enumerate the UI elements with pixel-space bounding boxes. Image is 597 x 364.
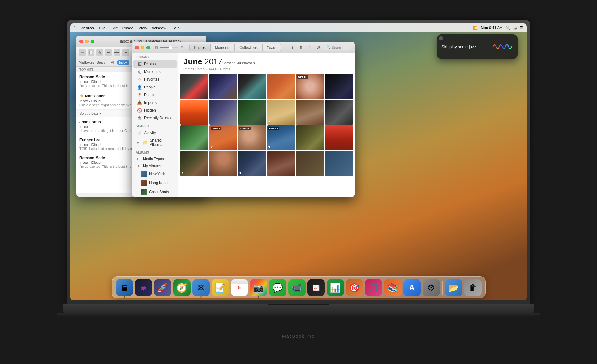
menubar:  Photos File Edit Image View Window Hel…: [70, 23, 527, 32]
photo-cell[interactable]: [267, 74, 295, 99]
photo-cell[interactable]: ♥: [267, 100, 295, 125]
dock-icon-appstore[interactable]: A: [403, 279, 421, 296]
menubar-image[interactable]: Image: [122, 26, 134, 30]
mail-filter-all[interactable]: All: [111, 61, 114, 64]
photo-cell[interactable]: DEPTH ♥: [267, 125, 295, 150]
tab-moments[interactable]: Moments: [210, 44, 235, 51]
menubar-window[interactable]: Window: [152, 26, 166, 30]
menubar-app-name[interactable]: Photos: [80, 26, 94, 30]
photo-cell[interactable]: [180, 100, 208, 125]
mail-fullscreen-button[interactable]: [91, 40, 94, 43]
photos-search-placeholder[interactable]: Search: [332, 46, 343, 49]
menubar-file[interactable]: File: [99, 26, 105, 30]
mail-minimize-button[interactable]: [85, 40, 89, 43]
dock-icon-ibooks[interactable]: 📚: [384, 279, 402, 296]
sidebar-item-activity[interactable]: ⚡ Activity: [133, 129, 177, 137]
photo-cell[interactable]: [267, 151, 295, 176]
sidebar-item-shared-albums[interactable]: ▶ 📁 Shared Albums: [133, 137, 177, 148]
sidebar-item-people[interactable]: 👤 People: [133, 83, 177, 91]
dock-icon-launchpad[interactable]: 🚀: [154, 279, 171, 296]
dock-icon-messages[interactable]: 💬: [269, 279, 286, 296]
mail-forward-icon[interactable]: ↪: [122, 49, 129, 56]
tab-collections[interactable]: Collections: [235, 44, 262, 51]
dock-icon-itunes[interactable]: 🎵: [365, 279, 382, 296]
apple-menu[interactable]: : [74, 25, 75, 30]
photo-cell[interactable]: [296, 100, 324, 125]
photo-cell[interactable]: ♥: [238, 151, 266, 176]
dock-icon-mail[interactable]: ✉: [192, 279, 210, 296]
mail-filter-inbox[interactable]: Inbox: [117, 60, 129, 65]
photo-cell[interactable]: [238, 74, 266, 99]
photo-cell[interactable]: DEPTH ♥: [209, 125, 238, 150]
mail-reply-icon[interactable]: ↩: [105, 49, 112, 56]
photos-close-button[interactable]: [135, 46, 139, 49]
search-icon[interactable]: 🔍: [506, 26, 510, 30]
photo-cell[interactable]: [325, 74, 353, 99]
sidebar-item-new-york[interactable]: New York: [133, 170, 177, 178]
photo-cell[interactable]: [296, 125, 324, 150]
mail-compose-icon[interactable]: ✏: [79, 49, 86, 56]
photo-cell[interactable]: DEPTH: [296, 74, 324, 99]
photos-minimize-button[interactable]: [141, 46, 144, 49]
sidebar-item-my-albums[interactable]: ▼ My Albums: [133, 163, 177, 169]
sidebar-item-hidden[interactable]: 🚫 Hidden: [133, 107, 177, 114]
dock-icon-notes[interactable]: 📝: [212, 279, 229, 296]
photo-cell[interactable]: [238, 100, 266, 125]
dock-icon-folder[interactable]: 📂: [445, 279, 462, 296]
photo-cell[interactable]: [325, 125, 353, 150]
photos-showing[interactable]: Showing: All Photos ▾: [222, 61, 255, 65]
sidebar-item-hong-kong[interactable]: Hong Kong: [133, 179, 177, 187]
photos-search-bar[interactable]: 🔍 Search: [324, 45, 352, 50]
dock-icon-safari[interactable]: 🧭: [173, 279, 191, 296]
dock-icon-keynote[interactable]: 🎯: [346, 279, 363, 296]
sidebar-item-memories[interactable]: ◎ Memories: [133, 68, 177, 75]
photo-cell[interactable]: [325, 100, 353, 125]
dock-icon-photos[interactable]: 📷: [250, 279, 267, 296]
photo-cell[interactable]: [180, 74, 208, 99]
sidebar-item-media-types[interactable]: ▶ Media Types: [133, 155, 177, 162]
sidebar-item-label: Photos: [144, 62, 156, 66]
tab-years[interactable]: Years: [262, 44, 281, 51]
dock-icon-stocks[interactable]: 📈: [307, 279, 325, 296]
photo-cell[interactable]: DEPTH: [238, 125, 266, 150]
photos-zoom-slider[interactable]: [160, 47, 178, 48]
photos-share-icon[interactable]: ⬆: [298, 44, 304, 51]
photos-rotate-icon[interactable]: ↺: [315, 44, 321, 51]
photo-cell[interactable]: [296, 151, 324, 176]
dock-icon-finder[interactable]: 🖥: [116, 279, 133, 296]
sidebar-item-recently-deleted[interactable]: 🗑 Recently Deleted: [133, 114, 177, 122]
mail-filter-mailboxes[interactable]: Mailboxes: [79, 61, 94, 64]
siri-close-button[interactable]: ×: [439, 36, 443, 40]
mail-reply-all-icon[interactable]: ↩↩: [114, 49, 120, 56]
dock-icon-siri[interactable]: ◉: [135, 279, 152, 296]
photo-cell[interactable]: [209, 100, 238, 125]
dock-icon-calendar[interactable]: 5: [231, 279, 248, 296]
sidebar-item-favorites[interactable]: ♡ Favorites: [133, 76, 177, 83]
tab-photos[interactable]: Photos: [189, 44, 210, 51]
dock-icon-trash[interactable]: 🗑: [464, 279, 482, 296]
dock-icon-numbers[interactable]: 📊: [327, 279, 344, 296]
menubar-edit[interactable]: Edit: [110, 26, 117, 30]
photos-info-icon[interactable]: ℹ: [289, 44, 295, 51]
mail-trash-icon[interactable]: 🗑: [96, 49, 103, 56]
dock-icon-settings[interactable]: ⚙: [423, 279, 440, 296]
mail-note-icon[interactable]: 📋: [88, 49, 94, 56]
dock-icon-facetime[interactable]: 📹: [288, 279, 306, 296]
siri-icon[interactable]: ◎: [513, 26, 517, 30]
sidebar-item-photos[interactable]: 🖼 Photos: [133, 60, 177, 68]
mail-close-button[interactable]: [79, 40, 83, 43]
sidebar-item-label: Places: [144, 93, 155, 97]
photo-cell[interactable]: ♥: [180, 151, 208, 176]
sidebar-item-places[interactable]: 📍 Places: [133, 91, 177, 99]
photo-cell[interactable]: [209, 151, 238, 176]
sidebar-item-great-shots[interactable]: Great Shots: [133, 188, 177, 196]
photos-fullscreen-button[interactable]: [146, 46, 150, 49]
photo-cell[interactable]: [180, 125, 208, 150]
sidebar-item-imports[interactable]: 📥 Imports: [133, 99, 177, 106]
photos-heart-icon[interactable]: ♡: [307, 44, 313, 51]
photo-cell[interactable]: [325, 151, 353, 176]
notification-icon[interactable]: ☰: [520, 26, 523, 30]
menubar-view[interactable]: View: [139, 26, 147, 30]
menubar-help[interactable]: Help: [171, 26, 180, 30]
photo-cell[interactable]: [209, 74, 238, 99]
